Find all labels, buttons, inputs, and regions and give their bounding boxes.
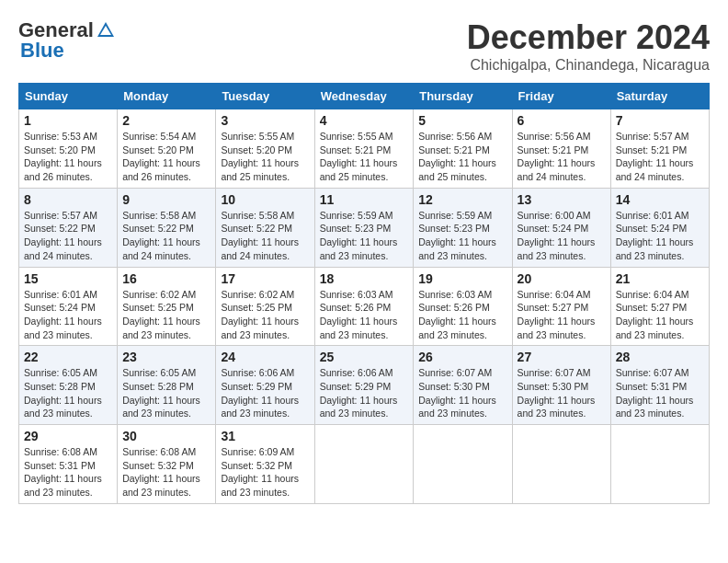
day-cell: 19 Sunrise: 6:03 AMSunset: 5:26 PMDaylig… — [414, 267, 512, 346]
day-cell: 24 Sunrise: 6:06 AMSunset: 5:29 PMDaylig… — [216, 346, 314, 425]
day-cell: 7 Sunrise: 5:57 AMSunset: 5:21 PMDayligh… — [610, 109, 709, 189]
day-number: 1 — [24, 113, 112, 128]
day-info: Sunrise: 5:59 AMSunset: 5:23 PMDaylight:… — [320, 210, 398, 261]
day-number: 3 — [221, 113, 309, 128]
day-number: 19 — [418, 271, 506, 286]
day-info: Sunrise: 6:05 AMSunset: 5:28 PMDaylight:… — [122, 367, 200, 419]
day-cell: 8 Sunrise: 5:57 AMSunset: 5:22 PMDayligh… — [19, 188, 118, 267]
week-row-1: 1 Sunrise: 5:53 AMSunset: 5:20 PMDayligh… — [19, 109, 710, 189]
day-info: Sunrise: 5:58 AMSunset: 5:22 PMDaylight:… — [221, 210, 299, 261]
day-cell: 26 Sunrise: 6:07 AMSunset: 5:30 PMDaylig… — [414, 346, 512, 425]
day-number: 28 — [616, 350, 704, 364]
day-cell: 2 Sunrise: 5:54 AMSunset: 5:20 PMDayligh… — [118, 109, 216, 189]
day-info: Sunrise: 6:01 AMSunset: 5:24 PMDaylight:… — [24, 289, 102, 340]
day-info: Sunrise: 5:57 AMSunset: 5:21 PMDaylight:… — [616, 131, 694, 182]
day-cell: 18 Sunrise: 6:03 AMSunset: 5:26 PMDaylig… — [314, 267, 414, 346]
day-cell: 9 Sunrise: 5:58 AMSunset: 5:22 PMDayligh… — [118, 188, 216, 267]
day-cell: 17 Sunrise: 6:02 AMSunset: 5:25 PMDaylig… — [216, 267, 314, 346]
day-info: Sunrise: 6:01 AMSunset: 5:24 PMDaylight:… — [616, 210, 694, 261]
day-number: 25 — [320, 350, 409, 364]
logo-blue: Blue — [18, 39, 64, 63]
day-info: Sunrise: 6:02 AMSunset: 5:25 PMDaylight:… — [122, 289, 200, 340]
day-number: 30 — [122, 429, 210, 443]
day-number: 26 — [418, 350, 506, 364]
title-section: December 2024 Chichigalpa, Chinandega, N… — [467, 18, 710, 74]
day-number: 16 — [122, 271, 210, 286]
day-cell: 15 Sunrise: 6:01 AMSunset: 5:24 PMDaylig… — [19, 267, 118, 346]
day-number: 5 — [418, 113, 506, 128]
day-number: 23 — [122, 350, 210, 364]
day-number: 21 — [616, 271, 704, 286]
day-cell: 22 Sunrise: 6:05 AMSunset: 5:28 PMDaylig… — [19, 346, 118, 425]
day-number: 17 — [221, 271, 309, 286]
month-title: December 2024 — [467, 18, 710, 57]
day-number: 15 — [24, 271, 112, 286]
day-cell: 16 Sunrise: 6:02 AMSunset: 5:25 PMDaylig… — [118, 267, 216, 346]
weekday-header-sunday: Sunday — [19, 84, 118, 109]
day-number: 31 — [221, 429, 309, 443]
day-cell: 20 Sunrise: 6:04 AMSunset: 5:27 PMDaylig… — [512, 267, 610, 346]
day-number: 4 — [320, 113, 409, 128]
week-row-3: 15 Sunrise: 6:01 AMSunset: 5:24 PMDaylig… — [19, 267, 710, 346]
day-number: 2 — [122, 113, 210, 128]
day-cell: 14 Sunrise: 6:01 AMSunset: 5:24 PMDaylig… — [610, 188, 709, 267]
weekday-header-friday: Friday — [512, 84, 610, 109]
day-info: Sunrise: 5:55 AMSunset: 5:20 PMDaylight:… — [221, 131, 299, 182]
day-info: Sunrise: 6:07 AMSunset: 5:30 PMDaylight:… — [518, 367, 596, 419]
weekday-header-tuesday: Tuesday — [216, 84, 314, 109]
day-info: Sunrise: 6:09 AMSunset: 5:32 PMDaylight:… — [221, 446, 299, 498]
day-info: Sunrise: 6:07 AMSunset: 5:30 PMDaylight:… — [418, 367, 496, 419]
day-info: Sunrise: 6:07 AMSunset: 5:31 PMDaylight:… — [616, 367, 694, 419]
calendar-body: 1 Sunrise: 5:53 AMSunset: 5:20 PMDayligh… — [19, 109, 710, 504]
header: General Blue December 2024 Chichigalpa, … — [18, 18, 710, 74]
day-cell: 12 Sunrise: 5:59 AMSunset: 5:23 PMDaylig… — [414, 188, 512, 267]
day-cell: 10 Sunrise: 5:58 AMSunset: 5:22 PMDaylig… — [216, 188, 314, 267]
day-info: Sunrise: 6:02 AMSunset: 5:25 PMDaylight:… — [221, 289, 299, 340]
day-cell: 3 Sunrise: 5:55 AMSunset: 5:20 PMDayligh… — [216, 109, 314, 189]
day-cell — [314, 425, 414, 504]
day-info: Sunrise: 5:54 AMSunset: 5:20 PMDaylight:… — [122, 131, 200, 182]
day-cell — [610, 425, 709, 504]
day-cell — [414, 425, 512, 504]
logo-icon — [96, 20, 116, 40]
day-cell: 25 Sunrise: 6:06 AMSunset: 5:29 PMDaylig… — [314, 346, 414, 425]
day-number: 12 — [418, 192, 506, 207]
day-info: Sunrise: 6:05 AMSunset: 5:28 PMDaylight:… — [24, 367, 102, 419]
week-row-5: 29 Sunrise: 6:08 AMSunset: 5:31 PMDaylig… — [19, 425, 710, 504]
day-cell: 23 Sunrise: 6:05 AMSunset: 5:28 PMDaylig… — [118, 346, 216, 425]
day-number: 8 — [24, 192, 112, 207]
calendar-table: SundayMondayTuesdayWednesdayThursdayFrid… — [18, 83, 710, 504]
day-info: Sunrise: 6:03 AMSunset: 5:26 PMDaylight:… — [418, 289, 496, 340]
day-info: Sunrise: 6:08 AMSunset: 5:32 PMDaylight:… — [122, 446, 200, 498]
weekday-header-monday: Monday — [118, 84, 216, 109]
day-info: Sunrise: 6:04 AMSunset: 5:27 PMDaylight:… — [616, 289, 694, 340]
day-info: Sunrise: 5:59 AMSunset: 5:23 PMDaylight:… — [418, 210, 496, 261]
day-cell: 21 Sunrise: 6:04 AMSunset: 5:27 PMDaylig… — [610, 267, 709, 346]
day-cell: 27 Sunrise: 6:07 AMSunset: 5:30 PMDaylig… — [512, 346, 610, 425]
day-number: 11 — [320, 192, 409, 207]
location-title: Chichigalpa, Chinandega, Nicaragua — [467, 57, 710, 74]
day-cell: 5 Sunrise: 5:56 AMSunset: 5:21 PMDayligh… — [414, 109, 512, 189]
day-info: Sunrise: 5:56 AMSunset: 5:21 PMDaylight:… — [518, 131, 596, 182]
day-number: 7 — [616, 113, 704, 128]
day-cell — [512, 425, 610, 504]
day-info: Sunrise: 5:53 AMSunset: 5:20 PMDaylight:… — [24, 131, 102, 182]
day-info: Sunrise: 5:56 AMSunset: 5:21 PMDaylight:… — [418, 131, 496, 182]
day-cell: 29 Sunrise: 6:08 AMSunset: 5:31 PMDaylig… — [19, 425, 118, 504]
day-info: Sunrise: 6:06 AMSunset: 5:29 PMDaylight:… — [320, 367, 398, 419]
day-number: 9 — [122, 192, 210, 207]
day-cell: 31 Sunrise: 6:09 AMSunset: 5:32 PMDaylig… — [216, 425, 314, 504]
day-number: 6 — [518, 113, 606, 128]
day-info: Sunrise: 6:00 AMSunset: 5:24 PMDaylight:… — [518, 210, 596, 261]
weekday-header-wednesday: Wednesday — [314, 84, 414, 109]
day-cell: 6 Sunrise: 5:56 AMSunset: 5:21 PMDayligh… — [512, 109, 610, 189]
day-number: 22 — [24, 350, 112, 364]
day-number: 18 — [320, 271, 409, 286]
day-number: 20 — [518, 271, 606, 286]
day-number: 10 — [221, 192, 309, 207]
day-cell: 30 Sunrise: 6:08 AMSunset: 5:32 PMDaylig… — [118, 425, 216, 504]
day-number: 27 — [518, 350, 606, 364]
day-number: 13 — [518, 192, 606, 207]
day-info: Sunrise: 5:55 AMSunset: 5:21 PMDaylight:… — [320, 131, 398, 182]
week-row-4: 22 Sunrise: 6:05 AMSunset: 5:28 PMDaylig… — [19, 346, 710, 425]
